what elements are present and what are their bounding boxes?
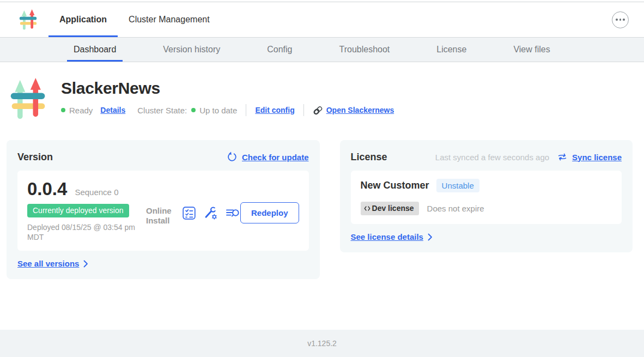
cluster-state-label: Cluster State: (137, 106, 187, 115)
channel-badge: Unstable (436, 179, 479, 192)
app-header: SlackerNews Ready Details Cluster State:… (0, 62, 644, 122)
kots-admin-console: Application Cluster Management Dashboard… (0, 0, 644, 357)
customer-name: New Customer (361, 180, 429, 191)
overflow-menu-button[interactable] (612, 11, 629, 28)
install-type-label: Online Install (146, 206, 174, 226)
last-synced-text: Last synced a few seconds ago (435, 153, 549, 162)
details-link[interactable]: Details (100, 106, 125, 114)
console-version: v1.125.2 (307, 339, 337, 348)
tab-application-label: Application (59, 15, 107, 25)
deployed-status-badge: Currently deployed version (27, 204, 129, 217)
log-search-icon[interactable] (225, 207, 240, 220)
code-icon (364, 205, 370, 211)
edit-config-link[interactable]: Edit config (255, 106, 294, 114)
dashboard-cards: Version Check for update 0.0.4 Sequence … (0, 140, 644, 279)
deployed-timestamp: Deployed 08/15/25 @ 03:54 pm MDT (27, 222, 136, 242)
sync-license-link[interactable]: Sync license (572, 153, 622, 162)
tab-application[interactable]: Application (48, 2, 118, 37)
ellipsis-icon (616, 19, 618, 21)
subnav-item-config[interactable]: Config (260, 38, 299, 62)
license-card-title: License (351, 152, 387, 163)
sync-arrows-icon[interactable] (557, 152, 568, 162)
subnav-item-dashboard[interactable]: Dashboard (67, 38, 123, 62)
check-for-update-link[interactable]: Check for update (242, 153, 309, 162)
license-expiration: Does not expire (427, 204, 484, 213)
license-card: License Last synced a few seconds ago Sy… (340, 140, 633, 252)
see-all-versions-link[interactable]: See all versions (17, 259, 88, 268)
top-nav: Application Cluster Management (0, 2, 644, 38)
subnav-item-troubleshoot[interactable]: Troubleshoot (332, 38, 396, 62)
open-app-link[interactable]: Open Slackernews (326, 106, 394, 114)
tab-cluster-management[interactable]: Cluster Management (118, 2, 221, 37)
app-logo-icon[interactable] (18, 8, 39, 31)
cluster-state-dot-icon (191, 108, 196, 112)
subnav-item-license[interactable]: License (430, 38, 473, 62)
wrench-gear-icon[interactable] (203, 206, 218, 220)
chevron-right-icon (83, 260, 88, 268)
see-license-details-link[interactable]: See license details (351, 232, 433, 241)
divider (303, 104, 304, 116)
link-chain-icon (313, 105, 323, 116)
dashboard-main: SlackerNews Ready Details Cluster State:… (0, 62, 644, 279)
cluster-state-value: Up to date (199, 106, 237, 115)
page-title: SlackerNews (61, 79, 394, 98)
divider (246, 104, 246, 116)
chevron-right-icon (428, 233, 433, 241)
current-version-panel: 0.0.4 Sequence 0 Currently deployed vers… (17, 171, 309, 251)
redeploy-button[interactable]: Redeploy (240, 202, 299, 223)
version-number: 0.0.4 (27, 179, 67, 199)
sub-nav: Dashboard Version history Config Trouble… (0, 38, 644, 62)
app-status-text: Ready (69, 106, 93, 115)
version-card-title: Version (17, 152, 53, 163)
license-type-badge: Dev license (361, 202, 419, 215)
footer: v1.125.2 (0, 330, 644, 357)
app-logo-large-icon (8, 76, 49, 122)
app-status-row: Ready Details Cluster State: Up to date … (61, 104, 394, 116)
tab-cluster-management-label: Cluster Management (129, 15, 210, 25)
preflight-checklist-icon[interactable] (182, 206, 196, 220)
sequence-label: Sequence 0 (75, 187, 118, 197)
subnav-item-view-files[interactable]: View files (507, 38, 556, 62)
license-panel: New Customer Unstable Dev license Does n… (351, 171, 622, 224)
version-card: Version Check for update 0.0.4 Sequence … (7, 140, 320, 279)
subnav-item-version-history[interactable]: Version history (156, 38, 227, 62)
top-tabs: Application Cluster Management (48, 2, 221, 37)
refresh-icon[interactable] (227, 152, 238, 162)
app-status-dot-icon (61, 108, 65, 112)
